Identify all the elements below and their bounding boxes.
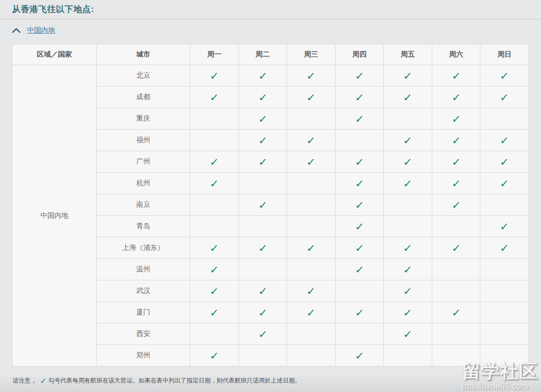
check-icon: ✓ <box>209 157 219 167</box>
check-icon: ✓ <box>451 157 461 167</box>
flight-day-cell-empty <box>480 345 529 366</box>
flight-day-cell-empty <box>335 323 384 345</box>
check-icon: ✓ <box>403 92 412 103</box>
flight-day-cell-empty <box>384 194 432 216</box>
check-icon: ✓ <box>306 71 316 81</box>
check-icon: ✓ <box>355 221 364 232</box>
flight-day-cell-empty <box>238 216 287 237</box>
flight-day-cell-checked: ✓ <box>287 130 336 151</box>
flight-day-cell-checked: ✓ <box>384 65 432 87</box>
city-cell: 杭州 <box>97 173 190 194</box>
check-icon: ✓ <box>355 178 364 189</box>
check-icon: ✓ <box>403 286 412 296</box>
region-cell: 中国内地 <box>13 65 97 366</box>
flight-day-cell-checked: ✓ <box>190 345 239 366</box>
flight-day-cell-empty <box>432 216 480 237</box>
footnote-text: 勾号代表每周有航班在该天营运。如果在表中列出了指定日期，则代表航班只适用於上述日… <box>49 376 301 385</box>
flight-day-cell-checked: ✓ <box>287 87 336 108</box>
city-cell: 成都 <box>97 87 190 108</box>
check-icon: ✓ <box>403 71 412 81</box>
check-icon: ✓ <box>451 307 461 318</box>
flight-day-cell-empty <box>432 323 480 345</box>
check-icon: ✓ <box>40 377 47 384</box>
flight-day-cell-checked: ✓ <box>335 259 384 280</box>
flight-day-cell-checked: ✓ <box>335 87 384 108</box>
flight-day-cell-checked: ✓ <box>238 323 287 345</box>
check-icon: ✓ <box>209 264 219 275</box>
check-icon: ✓ <box>403 135 412 146</box>
check-icon: ✓ <box>209 92 219 103</box>
check-icon: ✓ <box>355 264 364 275</box>
flight-day-cell-empty <box>287 259 336 280</box>
flight-day-cell-checked: ✓ <box>287 237 336 259</box>
flight-day-cell-checked: ✓ <box>384 259 432 280</box>
flight-day-cell-checked: ✓ <box>335 194 384 216</box>
flight-day-cell-empty <box>190 216 239 237</box>
flight-day-cell-empty <box>480 194 529 216</box>
check-icon: ✓ <box>258 200 267 210</box>
check-icon: ✓ <box>306 286 316 296</box>
flight-day-cell-empty <box>480 259 529 280</box>
flight-day-cell-checked: ✓ <box>190 65 239 87</box>
flight-day-cell-checked: ✓ <box>384 280 432 302</box>
check-icon: ✓ <box>209 307 219 318</box>
flight-day-cell-checked: ✓ <box>287 302 336 323</box>
footnote: 请注意， ✓ 勾号代表每周有航班在该天营运。如果在表中列出了指定日期，则代表航班… <box>13 376 301 385</box>
flight-day-cell-empty <box>238 259 287 280</box>
flight-day-cell-checked: ✓ <box>190 151 239 173</box>
check-icon: ✓ <box>355 157 364 167</box>
title-divider <box>0 19 541 20</box>
flight-day-cell-checked: ✓ <box>384 87 432 108</box>
check-icon: ✓ <box>355 200 364 210</box>
flight-day-cell-empty <box>238 345 287 366</box>
section-link-mainland-china[interactable]: 中国内地 <box>27 26 55 35</box>
flight-day-cell-checked: ✓ <box>238 237 287 259</box>
check-icon: ✓ <box>451 178 461 189</box>
city-cell: 青岛 <box>97 216 190 237</box>
check-icon: ✓ <box>500 221 509 232</box>
check-icon: ✓ <box>306 92 316 103</box>
flight-day-cell-empty <box>384 216 432 237</box>
flight-day-cell-empty <box>432 280 480 302</box>
flight-day-cell-checked: ✓ <box>238 194 287 216</box>
section-toggle-mainland-china[interactable]: 中国内地 <box>12 26 55 35</box>
check-icon: ✓ <box>258 157 267 167</box>
flight-day-cell-empty <box>480 323 529 345</box>
col-header-thursday: 周四 <box>335 45 384 65</box>
flight-day-cell-checked: ✓ <box>480 173 529 194</box>
city-cell: 南京 <box>97 194 190 216</box>
flight-day-cell-checked: ✓ <box>432 130 480 151</box>
col-header-saturday: 周六 <box>432 45 480 65</box>
city-cell: 武汉 <box>97 280 190 302</box>
city-cell: 西安 <box>97 323 190 345</box>
flight-day-cell-checked: ✓ <box>335 345 384 366</box>
check-icon: ✓ <box>258 114 267 124</box>
check-icon: ✓ <box>500 178 509 189</box>
check-icon: ✓ <box>500 157 509 167</box>
flight-day-cell-empty <box>384 345 432 366</box>
check-icon: ✓ <box>451 114 461 124</box>
check-icon: ✓ <box>258 243 267 253</box>
check-icon: ✓ <box>451 135 461 146</box>
flight-schedule-table: 区域／国家 城市 周一 周二 周三 周四 周五 周六 周日 中国内地北京✓✓✓✓… <box>12 44 529 366</box>
flight-day-cell-checked: ✓ <box>432 173 480 194</box>
page-title: 从香港飞往以下地点: <box>12 4 94 15</box>
check-icon: ✓ <box>403 307 412 318</box>
check-icon: ✓ <box>500 92 509 103</box>
check-icon: ✓ <box>403 178 412 189</box>
check-icon: ✓ <box>403 157 412 167</box>
flight-day-cell-empty <box>432 259 480 280</box>
flight-day-cell-checked: ✓ <box>287 151 336 173</box>
city-cell: 广州 <box>97 151 190 173</box>
check-icon: ✓ <box>258 135 267 146</box>
flight-day-cell-checked: ✓ <box>480 237 529 259</box>
check-icon: ✓ <box>403 264 412 275</box>
flight-day-cell-checked: ✓ <box>384 151 432 173</box>
flight-day-cell-checked: ✓ <box>480 216 529 237</box>
check-icon: ✓ <box>258 286 267 296</box>
col-header-tuesday: 周二 <box>238 45 287 65</box>
flight-day-cell-checked: ✓ <box>384 130 432 151</box>
chevron-up-icon[interactable] <box>12 28 21 33</box>
check-icon: ✓ <box>209 350 219 361</box>
page: 从香港飞往以下地点: 中国内地 区域／国家 城市 周一 周二 周三 周四 周五 … <box>0 0 541 392</box>
